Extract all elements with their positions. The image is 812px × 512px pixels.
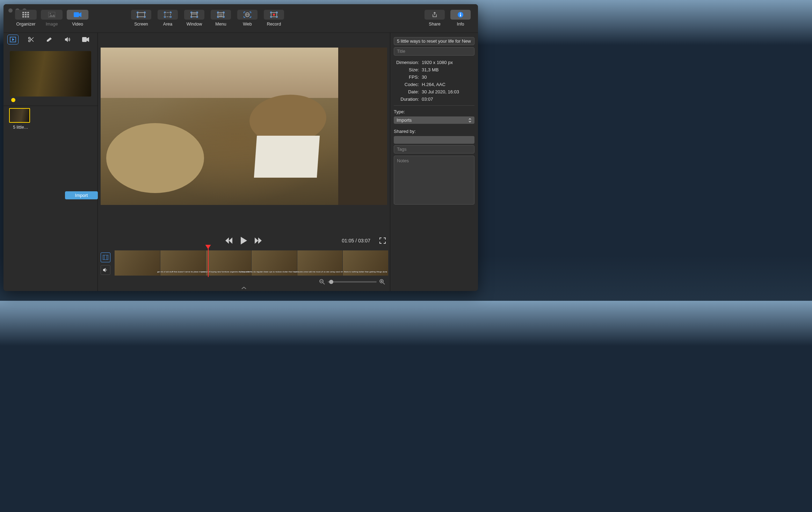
- fps-value: 30: [422, 74, 427, 80]
- svg-point-26: [460, 13, 461, 14]
- import-button[interactable]: Import: [65, 191, 98, 199]
- zoom-in-button[interactable]: [379, 279, 385, 285]
- rewind-button[interactable]: [225, 237, 233, 244]
- thumb-item[interactable]: 5 little…: [9, 108, 32, 130]
- audio-track-button[interactable]: [101, 265, 110, 275]
- capture-menu-label: Menu: [215, 22, 226, 27]
- dimension-value: 1920 x 1080 px: [422, 60, 453, 65]
- clip-marker-dot: [11, 98, 15, 102]
- annotate-icon: [46, 37, 52, 42]
- image-label: Image: [46, 22, 58, 27]
- info-button[interactable]: Info: [448, 7, 473, 27]
- play-icon: [241, 237, 247, 244]
- total-time: 03:07: [358, 238, 370, 243]
- clip-preview[interactable]: [10, 51, 91, 97]
- metadata-grid: Dimension:1920 x 1080 px Size:31,3 MB FP…: [394, 60, 474, 102]
- svg-point-24: [273, 14, 275, 16]
- svg-rect-14: [191, 13, 197, 17]
- forward-button[interactable]: [255, 237, 262, 244]
- capture-web-label: Web: [243, 22, 252, 27]
- video-label: Video: [72, 22, 83, 27]
- title-input[interactable]: Title: [394, 47, 474, 56]
- timeline-track[interactable]: get rid of old stuff that doesn't serve …: [115, 250, 389, 276]
- svg-rect-0: [22, 12, 24, 13]
- video-stage: [98, 33, 390, 232]
- size-value: 31,3 MB: [422, 67, 438, 72]
- date-value: 30 Jul 2020, 16:03: [422, 89, 459, 94]
- capture-web-button[interactable]: Web: [235, 7, 260, 27]
- left-panel: 5 little… Import: [3, 33, 98, 291]
- filmstrip-icon: [103, 255, 108, 260]
- capture-area-label: Area: [163, 22, 172, 27]
- video-frame[interactable]: [101, 48, 387, 205]
- divider: [394, 105, 474, 106]
- capture-area-button[interactable]: Area: [155, 7, 180, 27]
- clips-tab[interactable]: [8, 36, 17, 43]
- screen-icon: [137, 12, 146, 18]
- image-button[interactable]: Image: [39, 7, 64, 27]
- video-button[interactable]: Video: [65, 7, 90, 27]
- annotate-tab[interactable]: [45, 36, 54, 43]
- center-panel: 01:05 / 03:07 get rid of old: [98, 33, 390, 291]
- speaker-icon: [64, 37, 71, 42]
- svg-rect-1: [25, 12, 27, 13]
- dimension-label: Dimension:: [394, 60, 419, 65]
- fast-forward-icon: [255, 237, 262, 244]
- type-select[interactable]: Imports: [394, 116, 474, 124]
- capture-window-button[interactable]: Window: [182, 7, 207, 27]
- svg-rect-11: [74, 12, 79, 17]
- shared-by-label: Shared by:: [394, 129, 474, 134]
- svg-rect-2: [27, 12, 29, 13]
- body: 5 little… Import: [3, 33, 478, 291]
- close-window-button[interactable]: [8, 8, 13, 13]
- thumb-label: 5 little…: [9, 125, 32, 130]
- record-icon: [270, 12, 278, 18]
- fullscreen-icon: [379, 237, 386, 244]
- fullscreen-button[interactable]: [379, 237, 386, 244]
- duration-label: Duration:: [394, 97, 419, 102]
- record-button[interactable]: Record: [261, 7, 287, 27]
- svg-rect-8: [27, 16, 29, 17]
- panel-pullup[interactable]: [98, 287, 390, 291]
- zoom-out-button[interactable]: [319, 279, 325, 285]
- zoom-slider[interactable]: [328, 281, 377, 283]
- camera-tab[interactable]: [81, 36, 90, 43]
- audio-tab[interactable]: [63, 36, 72, 43]
- duration-value: 03:07: [422, 97, 433, 102]
- mode-group: Organizer Image Video: [13, 7, 90, 27]
- web-icon: [244, 12, 251, 18]
- svg-rect-31: [82, 37, 87, 42]
- cut-tab[interactable]: [27, 36, 36, 43]
- type-label: Type:: [394, 109, 474, 114]
- record-label: Record: [267, 22, 281, 27]
- share-button[interactable]: Share: [422, 7, 447, 27]
- svg-rect-32: [103, 255, 108, 260]
- svg-rect-7: [25, 16, 27, 17]
- capture-screen-button[interactable]: Screen: [129, 7, 154, 27]
- shared-by-field[interactable]: [394, 136, 474, 144]
- play-button[interactable]: [241, 237, 247, 244]
- zoom-in-icon: [379, 279, 385, 285]
- svg-rect-4: [25, 14, 27, 15]
- current-time: 01:05: [342, 238, 354, 243]
- share-label: Share: [429, 22, 440, 27]
- capture-menu-button[interactable]: Menu: [208, 7, 233, 27]
- info-label: Info: [457, 22, 464, 27]
- notes-input[interactable]: Notes: [394, 156, 474, 205]
- organizer-button[interactable]: Organizer: [13, 7, 38, 27]
- svg-rect-5: [27, 14, 29, 15]
- svg-line-39: [383, 283, 385, 284]
- filename-field[interactable]: 5 little ways to reset your life for New: [394, 37, 474, 45]
- rewind-icon: [225, 237, 233, 244]
- tags-input[interactable]: Tags: [394, 145, 474, 154]
- play-box-icon: [10, 37, 16, 42]
- speaker-small-icon: [103, 268, 108, 272]
- playhead[interactable]: [208, 248, 209, 277]
- timeline-track-buttons: [99, 250, 112, 277]
- video-track-button[interactable]: [101, 253, 110, 262]
- zoom-knob[interactable]: [329, 280, 333, 284]
- svg-rect-13: [165, 13, 171, 17]
- camera-icon: [82, 37, 89, 42]
- codec-label: Codec:: [394, 82, 419, 87]
- codec-value: H.264, AAC: [422, 82, 445, 87]
